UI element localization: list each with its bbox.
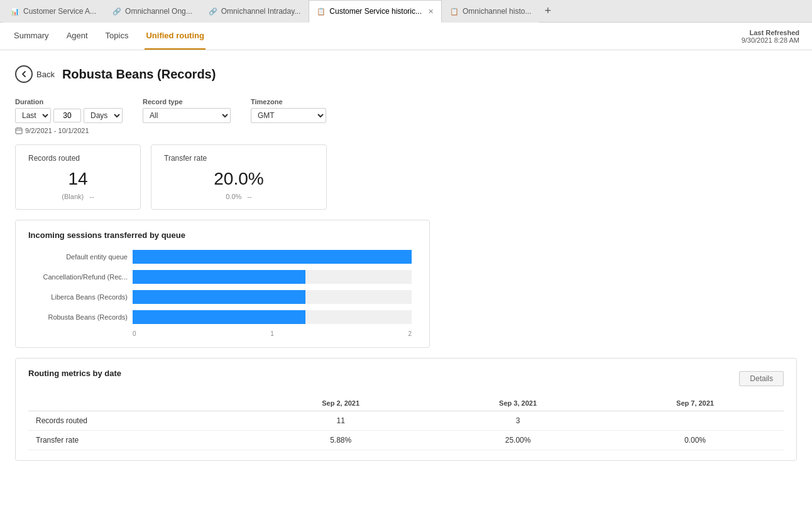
- duration-preset-select[interactable]: Last: [15, 108, 51, 123]
- tab-omnichannel-ong[interactable]: 🔗 Omnichannel Ong...: [104, 0, 200, 23]
- tab-bar: 📊 Customer Service A... 🔗 Omnichannel On…: [0, 0, 812, 23]
- bar-label-3: Liberca Beans (Records): [33, 293, 128, 301]
- metric-transfer-rate: Transfer rate: [28, 431, 252, 450]
- tab-label-2: Omnichannel Ong...: [125, 7, 192, 16]
- metric-cards: Records routed 14 (Blank) -- Transfer ra…: [15, 144, 797, 210]
- chart-section: Incoming sessions transferred by queue D…: [15, 220, 430, 348]
- tab-close-4[interactable]: ✕: [428, 8, 434, 16]
- tab-unified-routing[interactable]: Unified routing: [145, 23, 205, 50]
- tab-icon-5: 📋: [450, 8, 459, 16]
- records-routed-sub: (Blank) --: [28, 193, 128, 200]
- back-arrow-icon: [20, 70, 28, 78]
- records-routed-card: Records routed 14 (Blank) --: [15, 144, 141, 210]
- page-title: Robusta Beans (Records): [62, 67, 216, 82]
- record-type-label: Record type: [143, 98, 231, 105]
- tab-icon-2: 🔗: [112, 8, 121, 16]
- bar-track-3: [133, 290, 412, 304]
- bar-label-1: Default entity queue: [33, 253, 128, 261]
- duration-number-input[interactable]: [53, 109, 81, 122]
- records-routed-value: 14: [28, 169, 128, 189]
- tab-customer-service-historic[interactable]: 📋 Customer Service historic... ✕: [309, 0, 442, 23]
- svg-rect-0: [16, 128, 22, 134]
- bar-label-2: Cancellation/Refund (Rec...: [33, 273, 128, 281]
- last-refreshed-label: Last Refreshed: [750, 29, 799, 36]
- axis-label-2: 2: [408, 330, 412, 337]
- col-header-metric: [28, 396, 252, 411]
- date-range-value: 9/2/2021 - 10/1/2021: [25, 127, 89, 134]
- timezone-inputs: GMT: [251, 108, 326, 123]
- records-routed-title: Records routed: [28, 154, 128, 163]
- table-section-header: Routing metrics by date Details: [28, 369, 784, 388]
- tab-label-1: Customer Service A...: [23, 7, 96, 16]
- tab-label-4: Customer Service historic...: [329, 7, 422, 16]
- tab-icon-4: 📋: [317, 8, 326, 16]
- bar-fill-2: [133, 270, 305, 284]
- metric-records-routed: Records routed: [28, 411, 252, 431]
- timezone-label: Timezone: [251, 98, 326, 105]
- tab-label-3: Omnichannel Intraday...: [221, 7, 301, 16]
- tab-summary[interactable]: Summary: [13, 23, 50, 50]
- col-header-sep3: Sep 3, 2021: [429, 396, 606, 411]
- chart-title: Incoming sessions transferred by queue: [28, 230, 417, 240]
- records-routed-sep3: 3: [429, 411, 606, 431]
- routing-table-section: Routing metrics by date Details Sep 2, 2…: [15, 358, 797, 461]
- last-refreshed: Last Refreshed 9/30/2021 8:28 AM: [742, 29, 799, 44]
- date-range: 9/2/2021 - 10/1/2021: [15, 127, 797, 134]
- table-row: Transfer rate 5.88% 25.00% 0.00%: [28, 431, 784, 450]
- bar-fill-1: [133, 250, 412, 264]
- back-button[interactable]: Back: [15, 65, 55, 83]
- tab-customer-service-a[interactable]: 📊 Customer Service A...: [3, 0, 104, 23]
- back-circle: [15, 65, 33, 83]
- duration-inputs: Last Days: [15, 108, 123, 123]
- records-routed-sep2: 11: [252, 411, 429, 431]
- bar-track-4: [133, 310, 412, 324]
- tab-omnichannel-histo[interactable]: 📋 Omnichannel histo...: [442, 0, 539, 23]
- add-tab-button[interactable]: +: [539, 4, 556, 18]
- tab-icon-3: 🔗: [209, 8, 217, 16]
- record-type-select[interactable]: All: [143, 108, 231, 123]
- bar-row-3: Liberca Beans (Records): [33, 290, 412, 304]
- tab-label-5: Omnichannel histo...: [463, 7, 531, 16]
- bar-axis: 0 1 2: [33, 330, 412, 337]
- axis-label-1: 1: [270, 330, 274, 337]
- bar-row-1: Default entity queue: [33, 250, 412, 264]
- details-button[interactable]: Details: [739, 371, 784, 386]
- back-label: Back: [36, 70, 55, 79]
- tab-topics[interactable]: Topics: [104, 23, 130, 50]
- bar-row-4: Robusta Beans (Records): [33, 310, 412, 324]
- main-content: Back Robusta Beans (Records) Duration La…: [0, 50, 812, 513]
- duration-label: Duration: [15, 98, 123, 105]
- bar-track-2: [133, 270, 412, 284]
- routing-metrics-table: Sep 2, 2021 Sep 3, 2021 Sep 7, 2021 Reco…: [28, 396, 784, 450]
- axis-label-0: 0: [133, 330, 136, 337]
- table-header-row: Sep 2, 2021 Sep 3, 2021 Sep 7, 2021: [28, 396, 784, 411]
- timezone-select[interactable]: GMT: [251, 108, 326, 123]
- transfer-rate-card: Transfer rate 20.0% 0.0% --: [151, 144, 327, 210]
- tab-icon-1: 📊: [11, 8, 19, 16]
- transfer-rate-title: Transfer rate: [164, 154, 314, 163]
- transfer-rate-sep3: 25.00%: [429, 431, 606, 450]
- transfer-rate-sep2: 5.88%: [252, 431, 429, 450]
- nav-bar: Summary Agent Topics Unified routing Las…: [0, 23, 812, 50]
- table-row: Records routed 11 3: [28, 411, 784, 431]
- nav-tabs: Summary Agent Topics Unified routing: [13, 23, 206, 50]
- table-title: Routing metrics by date: [28, 369, 121, 378]
- bar-label-4: Robusta Beans (Records): [33, 313, 128, 321]
- bar-fill-3: [133, 290, 305, 304]
- duration-unit-select[interactable]: Days: [84, 108, 123, 123]
- transfer-rate-sep7: 0.00%: [606, 431, 784, 450]
- record-type-filter: Record type All: [143, 98, 231, 123]
- timezone-filter: Timezone GMT: [251, 98, 326, 123]
- bar-track-1: [133, 250, 412, 264]
- col-header-sep2: Sep 2, 2021: [252, 396, 429, 411]
- col-header-sep7: Sep 7, 2021: [606, 396, 784, 411]
- page-header: Back Robusta Beans (Records): [15, 65, 797, 83]
- calendar-icon: [15, 127, 23, 134]
- last-refreshed-value: 9/30/2021 8:28 AM: [742, 36, 799, 44]
- tab-agent[interactable]: Agent: [65, 23, 89, 50]
- tab-omnichannel-intraday[interactable]: 🔗 Omnichannel Intraday...: [200, 0, 309, 23]
- transfer-rate-value: 20.0%: [164, 169, 314, 189]
- bar-chart: Default entity queue Cancellation/Refund…: [28, 250, 417, 337]
- bar-row-2: Cancellation/Refund (Rec...: [33, 270, 412, 284]
- filters-row: Duration Last Days Record type All Timez…: [15, 98, 797, 123]
